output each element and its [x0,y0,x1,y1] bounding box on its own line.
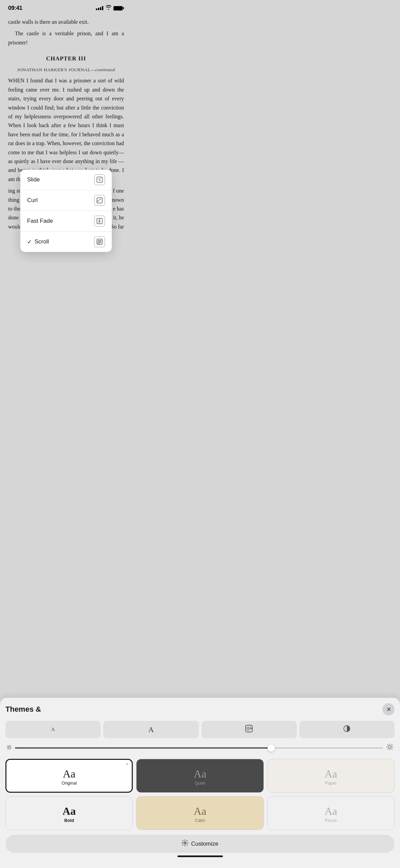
scroll-label: Scroll [35,238,94,245]
curl-label: Curl [27,197,94,204]
slide-icon [94,174,105,185]
svg-rect-0 [97,177,102,182]
curl-icon [94,195,105,206]
page-turn-dropdown: Slide Curl Fast Fade ✓ Scroll [20,170,112,252]
slide-label: Slide [27,176,94,183]
fastfade-label: Fast Fade [27,218,94,224]
dropdown-item-slide[interactable]: Slide [20,170,112,190]
fastfade-icon [94,216,105,226]
svg-rect-1 [97,198,102,203]
dropdown-item-fastfade[interactable]: Fast Fade [20,211,112,232]
scroll-icon [94,236,105,247]
checkmark-icon: ✓ [27,238,32,245]
dropdown-item-scroll[interactable]: ✓ Scroll [20,232,112,252]
dropdown-item-curl[interactable]: Curl [20,190,112,211]
